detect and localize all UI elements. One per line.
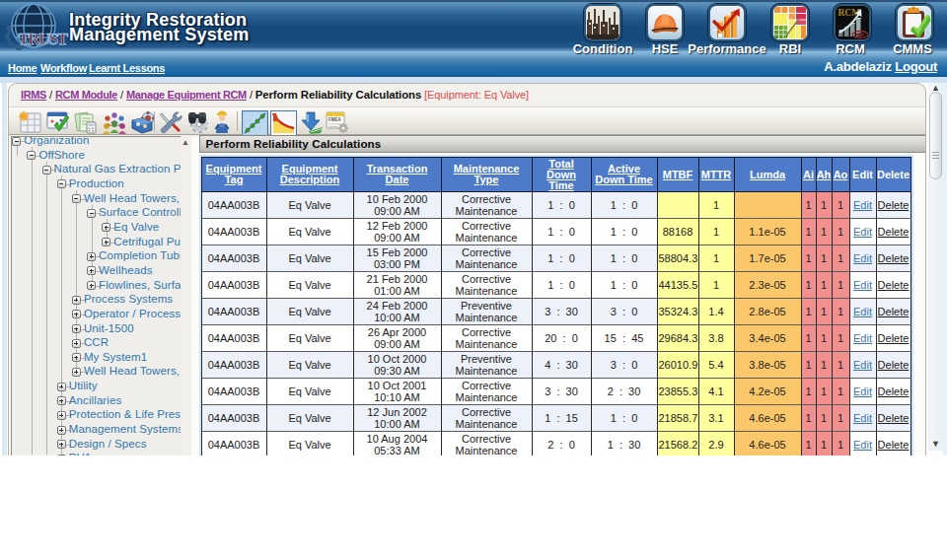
svg-text:FMEA: FMEA [328, 117, 341, 122]
svg-text:TRUST: TRUST [18, 30, 68, 48]
